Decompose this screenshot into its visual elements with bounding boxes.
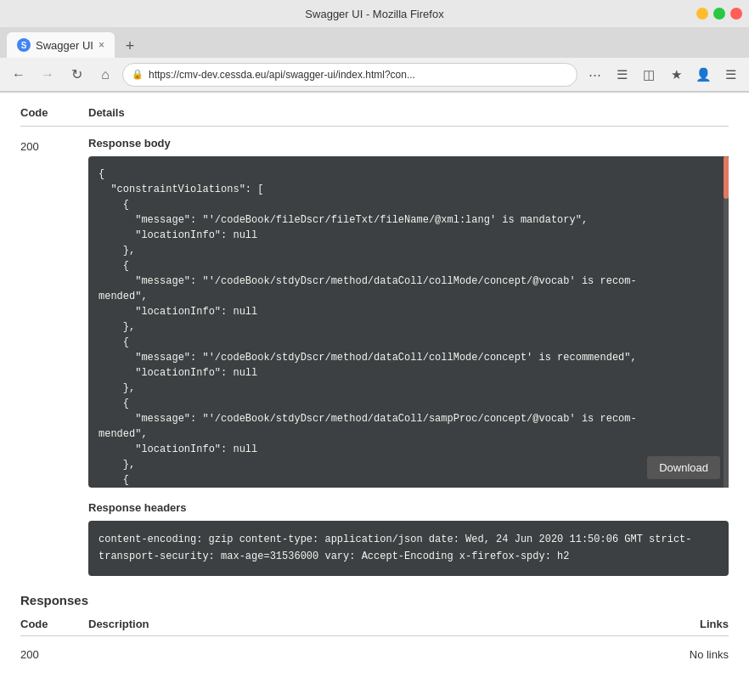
responses-section-title: Responses: [20, 593, 729, 607]
response-headers-label: Response headers: [88, 501, 729, 514]
account-button[interactable]: 👤: [691, 63, 715, 87]
tab-bar: S Swagger UI × +: [0, 27, 749, 58]
responses-table-header: Code Description Links: [20, 618, 729, 636]
title-bar: Swagger UI - Mozilla Firefox: [0, 0, 749, 27]
nav-actions: ⋯ ☰ ◫ ★ 👤 ☰: [583, 63, 742, 87]
extensions-button[interactable]: ⋯: [583, 63, 606, 87]
res-description-header: Description: [88, 618, 644, 630]
response-body-code[interactable]: { "constraintViolations": [ { "message":…: [88, 156, 729, 488]
tab-label: Swagger UI: [36, 39, 93, 52]
responses-row-200: 200 No links: [20, 643, 729, 666]
close-button[interactable]: [730, 8, 742, 20]
download-button[interactable]: Download: [647, 456, 720, 479]
res-status-200: 200: [20, 648, 88, 661]
window-title: Swagger UI - Mozilla Firefox: [305, 8, 443, 20]
maximize-button[interactable]: [713, 8, 725, 20]
new-tab-button[interactable]: +: [118, 34, 142, 58]
details-column-header: Details: [88, 106, 729, 119]
status-code: 200: [20, 137, 88, 153]
code-block-wrapper: { "constraintViolations": [ { "message":…: [88, 156, 729, 488]
res-links-header: Links: [644, 618, 729, 630]
code-column-header: Code: [20, 106, 88, 119]
minimize-button[interactable]: [696, 8, 708, 20]
forward-button[interactable]: →: [36, 63, 59, 87]
res-code-header: Code: [20, 618, 88, 630]
res-links-200: No links: [644, 648, 729, 661]
browser-chrome: Swagger UI - Mozilla Firefox S Swagger U…: [0, 0, 749, 93]
lock-icon: 🔒: [132, 69, 144, 80]
response-table-header: Code Details: [20, 106, 729, 127]
window-controls: [696, 8, 742, 20]
page-content: Code Details 200 Response body { "constr…: [0, 93, 749, 700]
back-button[interactable]: ←: [7, 63, 31, 87]
scrollbar-track: [724, 156, 729, 488]
scrollbar-thumb[interactable]: [724, 156, 729, 199]
tab-favicon: S: [17, 38, 31, 52]
address-bar[interactable]: 🔒 https://cmv-dev.cessda.eu/api/swagger-…: [122, 63, 577, 87]
synced-tabs-button[interactable]: ◫: [637, 63, 661, 87]
response-headers-code: content-encoding: gzip content-type: app…: [88, 521, 729, 576]
star-button[interactable]: ★: [664, 63, 688, 87]
bookmark-container-button[interactable]: ☰: [610, 63, 634, 87]
nav-bar: ← → ↻ ⌂ 🔒 https://cmv-dev.cessda.eu/api/…: [0, 58, 749, 92]
menu-button[interactable]: ☰: [718, 63, 742, 87]
close-tab-button[interactable]: ×: [99, 39, 104, 51]
responses-section: Responses Code Description Links 200 No …: [20, 593, 729, 666]
browser-tab[interactable]: S Swagger UI ×: [7, 32, 115, 58]
response-body-label: Response body: [88, 137, 729, 150]
response-row-200: 200 Response body { "constraintViolation…: [20, 137, 729, 576]
reload-button[interactable]: ↻: [65, 63, 88, 87]
response-details: Response body { "constraintViolations": …: [88, 137, 729, 576]
url-text: https://cmv-dev.cessda.eu/api/swagger-ui…: [149, 69, 568, 81]
home-button[interactable]: ⌂: [93, 63, 117, 87]
